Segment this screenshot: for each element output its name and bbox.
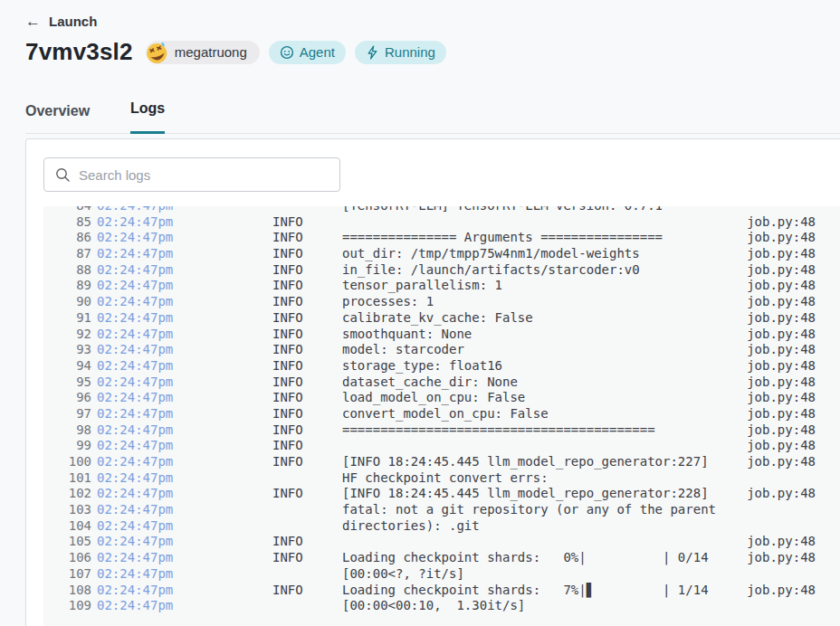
timestamp-link[interactable]: 02:24:47pm [97,230,173,246]
log-row: 10302:24:47pmfatal: not a git repository… [43,502,816,518]
line-number: 101 [43,470,91,487]
user-pill[interactable]: megatruong [146,41,260,64]
timestamp-link[interactable]: 02:24:47pm [97,214,173,231]
line-number: 87 [43,246,91,262]
log-source: job.py:48 [743,262,816,279]
timestamp-link[interactable]: 02:24:47pm [97,598,173,614]
log-rows: 8402:24:47pm[TensorRT-LLM] TensorRT-LLM … [43,206,816,614]
log-level: INFO [272,406,309,422]
log-source [743,502,816,518]
timestamp-link[interactable]: 02:24:47pm [97,502,173,518]
launch-detail-page: ← Launch 7vmv3sl2 megatruong [0,0,840,626]
timestamp-link[interactable]: 02:24:47pm [97,438,173,454]
log-source: job.py:48 [743,438,816,454]
log-source: job.py:48 [743,246,816,262]
search-input[interactable] [79,167,329,183]
log-source: job.py:48 [743,454,816,470]
log-level: INFO [272,310,309,327]
timestamp-link[interactable]: 02:24:47pm [97,342,173,358]
log-message [342,438,743,454]
timestamp-link[interactable]: 02:24:47pm [97,550,173,566]
back-label: Launch [49,14,97,29]
log-message: convert_model_on_cpu: False [342,406,743,422]
line-number: 94 [43,358,91,375]
timestamp-link[interactable]: 02:24:47pm [97,327,173,343]
line-number: 90 [43,294,91,310]
log-source: job.py:48 [743,550,816,566]
lightning-icon [366,45,379,60]
line-number: 108 [43,583,91,599]
log-message: fatal: not a git repository (or any of t… [342,502,743,518]
search-icon [55,167,71,183]
log-search-box[interactable] [43,157,340,192]
timestamp-link[interactable]: 02:24:47pm [97,206,173,214]
back-button[interactable]: ← Launch [25,14,97,29]
timestamp-link[interactable]: 02:24:47pm [97,422,173,439]
log-message: dataset_cache_dir: None [342,375,743,391]
log-row: 8402:24:47pm[TensorRT-LLM] TensorRT-LLM … [43,206,816,214]
log-source [743,470,816,487]
log-message: in_file: /launch/artifacts/starcoder:v0 [342,262,743,279]
timestamp-link[interactable]: 02:24:47pm [97,310,173,327]
log-message: model: starcoder [342,342,743,358]
timestamp-link[interactable]: 02:24:47pm [97,518,173,535]
log-level: INFO [272,486,309,502]
log-source: job.py:48 [743,214,816,231]
log-row: 10602:24:47pmINFOLoading checkpoint shar… [43,550,816,566]
log-row: 10202:24:47pmINFO[INFO 18:24:45.445 llm_… [43,486,816,502]
agent-face-icon [280,45,294,60]
line-number: 104 [43,518,91,535]
tab-overview[interactable]: Overview [25,103,90,134]
running-badge-label: Running [385,44,435,60]
log-level: INFO [272,246,309,262]
log-message: directories): .git [342,518,743,535]
timestamp-link[interactable]: 02:24:47pm [97,534,173,550]
log-level: INFO [272,583,309,599]
log-level [272,470,309,487]
log-level: INFO [272,438,309,454]
log-row: 10902:24:47pm[00:00<00:10, 1.30it/s] [43,598,816,614]
log-row: 9202:24:47pmINFOsmoothquant: Nonejob.py:… [43,327,816,343]
log-row: 8902:24:47pmINFOtensor_parallelism: 1job… [43,278,816,294]
timestamp-link[interactable]: 02:24:47pm [97,246,173,262]
user-name: megatruong [175,44,247,60]
log-source: job.py:48 [743,534,816,550]
timestamp-link[interactable]: 02:24:47pm [97,566,173,583]
log-source: job.py:48 [743,486,816,502]
timestamp-link[interactable]: 02:24:47pm [97,294,173,310]
log-panel[interactable]: 8402:24:47pm[TensorRT-LLM] TensorRT-LLM … [43,206,840,626]
timestamp-link[interactable]: 02:24:47pm [97,358,173,375]
timestamp-link[interactable]: 02:24:47pm [97,390,173,406]
log-row: 8802:24:47pmINFOin_file: /launch/artifac… [43,262,816,279]
log-message: [TensorRT-LLM] TensorRT-LLM version: 0.7… [342,206,743,214]
log-source: job.py:48 [743,422,816,439]
log-source: job.py:48 [743,230,816,246]
line-number: 95 [43,375,91,391]
line-number: 107 [43,566,91,583]
page-title: 7vmv3sl2 [25,38,133,66]
tab-logs[interactable]: Logs [130,100,165,134]
log-message: calibrate_kv_cache: False [342,310,743,327]
log-source [743,566,816,583]
timestamp-link[interactable]: 02:24:47pm [97,454,173,470]
line-number: 99 [43,438,91,454]
line-number: 84 [43,206,91,214]
timestamp-link[interactable]: 02:24:47pm [97,406,173,422]
timestamp-link[interactable]: 02:24:47pm [97,486,173,502]
timestamp-link[interactable]: 02:24:47pm [97,583,173,599]
timestamp-link[interactable]: 02:24:47pm [97,278,173,294]
running-badge: Running [355,41,446,64]
line-number: 100 [43,454,91,470]
log-row: 9402:24:47pmINFOstorage_type: float16job… [43,358,816,375]
log-row: 8502:24:47pmINFOjob.py:48 [43,214,816,231]
timestamp-link[interactable]: 02:24:47pm [97,470,173,487]
line-number: 105 [43,534,91,550]
log-level [272,206,309,214]
line-number: 102 [43,486,91,502]
timestamp-link[interactable]: 02:24:47pm [97,262,173,279]
line-number: 89 [43,278,91,294]
agent-badge-label: Agent [300,44,335,60]
log-message: [INFO 18:24:45.445 llm_model_repo_genera… [342,486,743,502]
log-level: INFO [272,375,309,391]
timestamp-link[interactable]: 02:24:47pm [97,375,173,391]
